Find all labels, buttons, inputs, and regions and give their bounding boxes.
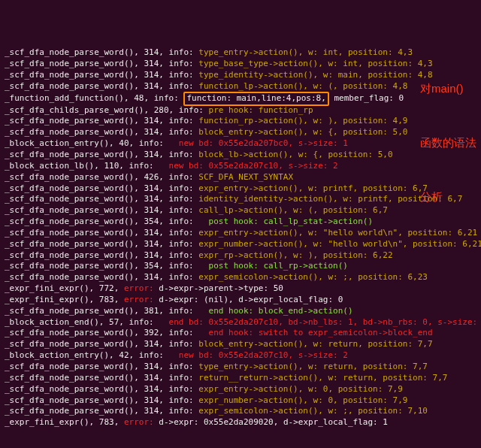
log-line: _scf_dfa_node_parse_word(), 314, info: f… [5,81,476,92]
log-line: _scf_dfa_node_parse_word(), 314, info: t… [5,59,476,70]
log-line: _scf_dfa_node_parse_word(), 314, info: b… [5,339,476,350]
log-line: _scf_dfa_node_parse_word(), 314, info: e… [5,395,476,407]
log-line: _scf_dfa_node_parse_word(), 314, info: t… [5,70,476,81]
log-line: _scf_dfa_node_parse_word(), 381, info: e… [5,306,476,317]
annotation-line-2: 函数的语法 [420,134,476,152]
log-segment: end hook: switch to expr_semicolon->bloc… [209,328,433,338]
log-segment: _block_action_entry(), 42, info: [5,350,179,360]
log-segment: _scf_dfa_node_parse_word(), 314, info: [5,395,198,405]
log-segment: _block_action_end(), 57, info: [5,317,169,327]
log-segment: _scf_dfa_node_parse_word(), 314, info: [5,150,198,159]
log-segment: end bd: 0x55e2da207c10, bd->nb_lbs: 1, b… [169,317,481,327]
log-line: _scf_dfa_node_parse_word(), 314, info: i… [5,194,476,205]
log-segment: error: [124,417,154,427]
log-line: _scf_dfa_node_parse_word(), 426, info: S… [5,172,476,183]
log-segment: expr_number->action(), w: 0, position: 7… [198,395,407,405]
log-segment: _scf_dfa_node_parse_word(), 314, info: [5,406,198,416]
log-line: _scf_dfa_node_parse_word(), 314, info: e… [5,183,476,195]
log-segment: _scf_dfa_node_parse_word(), 314, info: [5,205,198,215]
log-segment: block_lb->action(), w: {, position: 5,0 [198,150,392,159]
log-segment: expr_entry->action(), w: "hello world\n"… [198,228,477,238]
log-segment: function_lp->action(), w: (, position: 4… [198,81,407,91]
log-line: _block_action_entry(), 40, info: new bd:… [5,138,476,150]
log-segment: new bd: 0x55e2da207c10, s->size: 2 [179,350,348,360]
log-segment: return__return->action(), w: return, pos… [198,373,447,383]
log-segment: expr_semicolon->action(), w: ;, position… [198,272,428,282]
log-segment: _scf_dfa_node_parse_word(), 314, info: [5,127,198,137]
log-line: _scf_dfa_node_parse_word(), 314, info: t… [5,362,476,373]
log-line: _block_action_entry(), 42, info: new bd:… [5,350,476,362]
log-line: _scf_dfa_node_parse_word(), 314, info: t… [5,47,476,59]
terminal-output: _scf_dfa_node_parse_word(), 314, info: t… [5,47,476,428]
log-segment: d->expr: (nil), d->expr_local_flag: 0 [154,295,343,304]
log-segment: _scf_dfa_node_parse_word(), 426, info: [5,172,198,182]
log-segment: type_entry->action(), w: return, positio… [198,362,428,371]
log-line: _scf_dfa_node_parse_word(), 314, info: b… [5,150,476,161]
log-segment: _scf_dfa_node_parse_word(), 314, info: [5,183,198,193]
log-segment: _scf_dfa_node_parse_word(), 314, info: [5,272,198,282]
log-segment: _expr_fini_expr(), 783, [5,295,124,304]
log-line: _expr_fini_expr(), 772, error: d->expr->… [5,283,476,295]
log-segment: _scf_dfa_node_parse_word(), 354, info: [5,216,209,226]
log-segment: _scf_dfa_node_parse_word(), 314, info: [5,228,198,238]
log-segment: _scf_dfa_node_parse_word(), 314, info: [5,384,198,394]
log-segment: _scf_dfa_node_parse_word(), 381, info: [5,306,209,316]
log-segment: member_flag: 0 [329,93,404,103]
log-segment: new bd: 0x55e2da207bc0, s->size: 1 [179,138,348,148]
log-segment: call_lp->action(), w: (, position: 6,7 [198,205,388,215]
log-line: _scf_dfa_node_parse_word(), 354, info: p… [5,261,476,272]
log-segment: _scf_dfa_node_parse_word(), 314, info: [5,339,198,349]
log-segment: _scf_dfa_node_parse_word(), 314, info: [5,239,198,249]
annotation-line-3: 分析 [420,188,476,206]
log-line: _scf_dfa_node_parse_word(), 314, info: e… [5,239,476,250]
log-line: _expr_fini_expr(), 783, error: d->expr: … [5,295,476,306]
log-segment: _scf_dfa_node_parse_word(), 314, info: [5,70,198,80]
log-segment: _scf_dfa_node_parse_word(), 314, info: [5,362,198,371]
log-segment: _scf_dfa_node_parse_word(), 392, info: [5,328,209,338]
log-segment: expr_semicolon->action(), w: ;, position… [198,406,428,416]
log-segment: d->expr->parent->type: 50 [154,283,283,293]
log-line: _scf_dfa_node_parse_word(), 354, info: p… [5,216,476,228]
log-line: _scf_dfa_node_parse_word(), 314, info: r… [5,373,476,384]
log-segment: _expr_fini_expr(), 783, [5,417,124,427]
log-line: _scf_dfa_node_parse_word(), 314, info: f… [5,116,476,127]
log-segment: SCF_DFA_NEXT_SYNTAX [198,172,293,182]
log-segment: post hook: call_rp->action() [209,261,348,271]
log-line: _block_action_end(), 57, info: end bd: 0… [5,317,476,328]
log-segment: new bd: 0x55e2da207c10, s->size: 2 [169,161,338,171]
log-line: _scf_dfa_childs_parse_word(), 280, info:… [5,105,476,117]
log-line: _scf_dfa_node_parse_word(), 314, info: e… [5,384,476,395]
log-segment: type_entry->action(), w: int, position: … [198,47,413,57]
log-line: _function_add_function(), 48, info: func… [5,92,476,105]
log-segment: _scf_dfa_node_parse_word(), 314, info: [5,59,198,68]
log-segment: _scf_dfa_node_parse_word(), 314, info: [5,47,198,57]
annotation-overlay: 对main() 函数的语法 分析 [420,44,476,224]
annotation-line-1: 对main() [420,80,476,98]
log-segment: _function_add_function(), 48, info: [5,93,183,103]
log-segment: expr_entry->action(), w: 0, position: 7,… [198,384,403,394]
log-segment: expr_rp->action(), w: ), position: 6,22 [198,250,392,260]
log-segment: d->expr: 0x55e2da209020, d->expr_local_f… [154,417,388,427]
log-segment: _scf_dfa_childs_parse_word(), 280, info: [5,105,209,115]
log-segment: error: [124,295,154,304]
log-line: _scf_dfa_node_parse_word(), 314, info: b… [5,127,476,138]
log-segment: expr_entry->action(), w: printf, positio… [198,183,428,193]
log-line: _expr_fini_expr(), 783, error: d->expr: … [5,417,476,428]
log-segment: _scf_dfa_node_parse_word(), 314, info: [5,81,198,91]
log-segment: block_entry->action(), w: {, position: 5… [198,127,407,137]
log-line: _scf_dfa_node_parse_word(), 314, info: e… [5,406,476,417]
log-line: _scf_dfa_node_parse_word(), 314, info: e… [5,228,476,239]
log-segment: _block_action_entry(), 40, info: [5,138,179,148]
log-segment: _scf_dfa_node_parse_word(), 354, info: [5,261,209,271]
log-segment: _scf_dfa_node_parse_word(), 314, info: [5,116,198,126]
log-line: _scf_dfa_node_parse_word(), 392, info: e… [5,328,476,339]
log-line: _scf_dfa_node_parse_word(), 314, info: e… [5,272,476,283]
log-segment: expr_number->action(), w: "hello world\n… [198,239,481,249]
log-segment: type_identity->action(), w: main, positi… [198,70,432,80]
log-line: _scf_dfa_node_parse_word(), 314, info: c… [5,205,476,216]
log-segment: type_base_type->action(), w: int, positi… [198,59,432,68]
highlighted-box: function: main,line:4,pos:8, [183,92,328,106]
log-segment: _expr_fini_expr(), 772, [5,283,124,293]
log-segment: error: [124,283,154,293]
log-segment: end hook: block_end->action() [209,306,353,316]
